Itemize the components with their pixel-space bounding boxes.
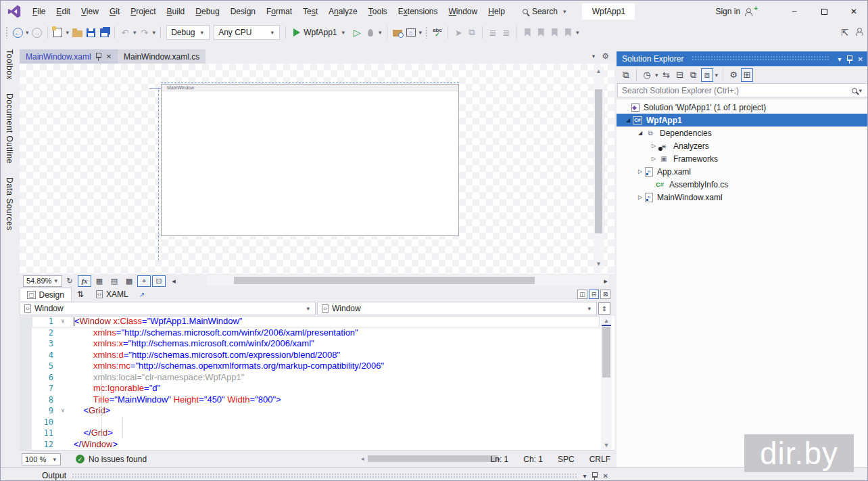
rail-tab-document-outline[interactable]: Document Outline bbox=[1, 87, 18, 170]
snap-to-gridlines-button[interactable]: ⊡ bbox=[152, 275, 166, 287]
code-line-8[interactable]: 8 Title="MainWindow" Height="450" Width=… bbox=[32, 394, 600, 406]
refresh-designer-button[interactable]: ↻ bbox=[63, 275, 76, 287]
code-line-4[interactable]: 4 xmlns:d="http://schemas.microsoft.com/… bbox=[32, 350, 600, 361]
next-bookmark-button[interactable] bbox=[548, 26, 560, 39]
sign-in-button[interactable]: Sign in + bbox=[715, 7, 761, 16]
horizontal-split-button[interactable]: ⊟ bbox=[589, 290, 599, 299]
xaml-designer-surface[interactable]: MainWindow ▲ ▼ bbox=[20, 64, 614, 274]
new-project-dropdown[interactable]: ▾ bbox=[65, 29, 71, 36]
menu-git[interactable]: Git bbox=[104, 4, 125, 19]
solution-platform-combo[interactable]: Any CPU ▾ bbox=[214, 25, 280, 40]
navigate-back-button[interactable]: ← bbox=[11, 26, 24, 39]
start-without-debugging-button[interactable]: ▷ bbox=[351, 26, 363, 39]
xaml-code-editor[interactable]: 1∨<Window x:Class="WpfApp1.MainWindow"2 … bbox=[20, 316, 600, 450]
menu-tools[interactable]: Tools bbox=[363, 4, 393, 19]
pending-changes-filter-button[interactable]: ◷ bbox=[641, 68, 653, 82]
toggle-bookmark-button[interactable] bbox=[521, 26, 533, 39]
sync-dropdown[interactable]: ▾ bbox=[714, 72, 720, 78]
breadcrumb-combo-1[interactable]: ‹›Window▾ bbox=[20, 302, 316, 315]
menu-help[interactable]: Help bbox=[483, 4, 510, 19]
menu-edit[interactable]: Edit bbox=[51, 4, 76, 19]
fold-collapse-icon[interactable]: ∨ bbox=[57, 405, 68, 417]
open-file-button[interactable] bbox=[71, 26, 83, 39]
undo-button[interactable]: ↶ bbox=[119, 26, 131, 39]
collapse-pane-button[interactable]: ⊠ bbox=[600, 290, 610, 299]
pin-icon[interactable] bbox=[592, 472, 598, 480]
code-line-9[interactable]: 9∨ <Grid> bbox=[32, 405, 600, 417]
menu-file[interactable]: File bbox=[27, 4, 51, 19]
rail-tab-data-sources[interactable]: Data Sources bbox=[1, 170, 18, 237]
chevron-down-icon[interactable]: ▾ bbox=[583, 472, 587, 480]
bookmarks-dropdown[interactable]: ▾ bbox=[575, 29, 581, 36]
navigate-back-dropdown[interactable]: ▾ bbox=[24, 29, 30, 36]
scrollbar-thumb[interactable] bbox=[595, 89, 602, 233]
expander-closed-icon[interactable]: ▷ bbox=[649, 156, 658, 162]
split-grip-button[interactable]: ⇕ bbox=[598, 302, 610, 315]
start-debugging-button[interactable]: WpfApp1 ▾ bbox=[292, 28, 347, 37]
vertical-split-button[interactable]: ◫ bbox=[577, 290, 587, 299]
spaces-indicator[interactable]: SPC bbox=[558, 455, 575, 464]
tree-item-solution-wpfapp1-1-of-1-project[interactable]: Solution 'WpfApp1' (1 of 1 project) bbox=[617, 101, 868, 114]
code-line-6[interactable]: 6 xmlns:local="clr-namespace:WpfApp1" bbox=[32, 372, 600, 384]
menu-window[interactable]: Window bbox=[443, 4, 483, 19]
switch-views-button[interactable]: ⧉ bbox=[620, 68, 632, 82]
popout-pane-button[interactable]: ↗ bbox=[135, 291, 149, 298]
swap-panes-button[interactable]: ⇅ bbox=[72, 290, 89, 299]
menu-test[interactable]: Test bbox=[297, 4, 323, 19]
effects-toggle-button[interactable]: fx bbox=[78, 275, 91, 287]
wrench-icon[interactable]: ⚙ bbox=[727, 68, 740, 82]
toolbar-drag-handle[interactable] bbox=[5, 26, 9, 39]
snap-to-snaplines-button[interactable]: ⌖ bbox=[137, 275, 151, 287]
solution-configuration-combo[interactable]: Debug ▾ bbox=[166, 25, 210, 40]
fold-collapse-icon[interactable]: ∨ bbox=[57, 316, 68, 327]
editor-horizontal-scrollbar[interactable]: ◂ ▸ bbox=[361, 454, 504, 463]
solution-explorer-header[interactable]: Solution Explorer ▾ ✕ bbox=[617, 51, 868, 66]
filter-dropdown[interactable]: ▾ bbox=[654, 72, 660, 78]
gridlines-button[interactable]: ▩ bbox=[122, 275, 136, 287]
maximize-button[interactable] bbox=[809, 1, 839, 22]
scroll-down-icon[interactable]: ▼ bbox=[594, 259, 604, 269]
live-visual-tree-button[interactable]: ⌂ bbox=[405, 26, 417, 39]
selection-tool-button[interactable]: ➤ bbox=[452, 26, 464, 39]
output-panel-header[interactable]: Output ▾ ✕ bbox=[38, 470, 612, 481]
search-control[interactable]: Search ▾ bbox=[523, 7, 568, 16]
expander-open-icon[interactable]: ◢ bbox=[623, 117, 633, 123]
menu-analyze[interactable]: Analyze bbox=[323, 4, 363, 19]
new-project-button[interactable] bbox=[52, 26, 64, 39]
code-line-1[interactable]: 1∨<Window x:Class="WpfApp1.MainWindow" bbox=[32, 316, 600, 327]
menu-build[interactable]: Build bbox=[162, 4, 191, 19]
menu-format[interactable]: Format bbox=[261, 4, 297, 19]
expander-closed-icon[interactable]: ▷ bbox=[635, 168, 645, 175]
code-line-11[interactable]: 11 </Grid> bbox=[32, 428, 600, 439]
hot-reload-dropdown[interactable]: ▾ bbox=[377, 29, 383, 36]
code-line-2[interactable]: 2 xmlns="http://schemas.microsoft.com/wi… bbox=[32, 327, 600, 339]
scroll-up-icon[interactable]: ▲ bbox=[594, 66, 604, 76]
tree-item-dependencies[interactable]: ◢⧉Dependencies bbox=[617, 127, 868, 139]
tree-item-mainwindow-xaml[interactable]: ▷‹›MainWindow.xaml bbox=[617, 191, 868, 204]
properties-button[interactable]: ⧉ bbox=[688, 68, 700, 82]
live-visual-tree-dropdown[interactable]: ▾ bbox=[418, 29, 424, 36]
expander-closed-icon[interactable]: ▷ bbox=[649, 143, 658, 149]
pin-icon[interactable] bbox=[847, 55, 852, 63]
undo-dropdown[interactable]: ▾ bbox=[132, 29, 138, 36]
find-in-files-button[interactable] bbox=[391, 26, 404, 39]
line-ending-indicator[interactable]: CRLF bbox=[589, 455, 610, 464]
scroll-down-icon[interactable]: ▼ bbox=[601, 440, 612, 450]
close-icon[interactable]: ✕ bbox=[603, 472, 608, 480]
solution-explorer-search-input[interactable]: Search Solution Explorer (Ctrl+;) ▾ bbox=[617, 83, 868, 97]
designer-horizontal-scrollbar[interactable] bbox=[207, 275, 608, 285]
tree-item-frameworks[interactable]: ▷▣Frameworks bbox=[617, 152, 868, 165]
expander-open-icon[interactable]: ◢ bbox=[635, 130, 645, 136]
navigate-forward-button[interactable]: → bbox=[31, 26, 43, 39]
share-button[interactable]: ⇱ bbox=[841, 28, 848, 38]
code-line-10[interactable]: 10 bbox=[32, 417, 600, 428]
paste-button[interactable]: ⧉ bbox=[466, 26, 478, 39]
scrollbar-thumb[interactable] bbox=[368, 455, 498, 462]
sync-with-active-document-button[interactable]: ⧈ bbox=[701, 68, 713, 82]
menu-debug[interactable]: Debug bbox=[190, 4, 224, 19]
tab-mainwindow-xaml-cs[interactable]: MainWindow.xaml.cs bbox=[118, 49, 206, 64]
save-button[interactable] bbox=[85, 26, 97, 39]
close-icon[interactable]: ✕ bbox=[106, 53, 112, 60]
scroll-right-icon[interactable]: ▸ bbox=[599, 275, 612, 287]
tree-item-assemblyinfo-cs[interactable]: C#AssemblyInfo.cs bbox=[617, 178, 868, 191]
